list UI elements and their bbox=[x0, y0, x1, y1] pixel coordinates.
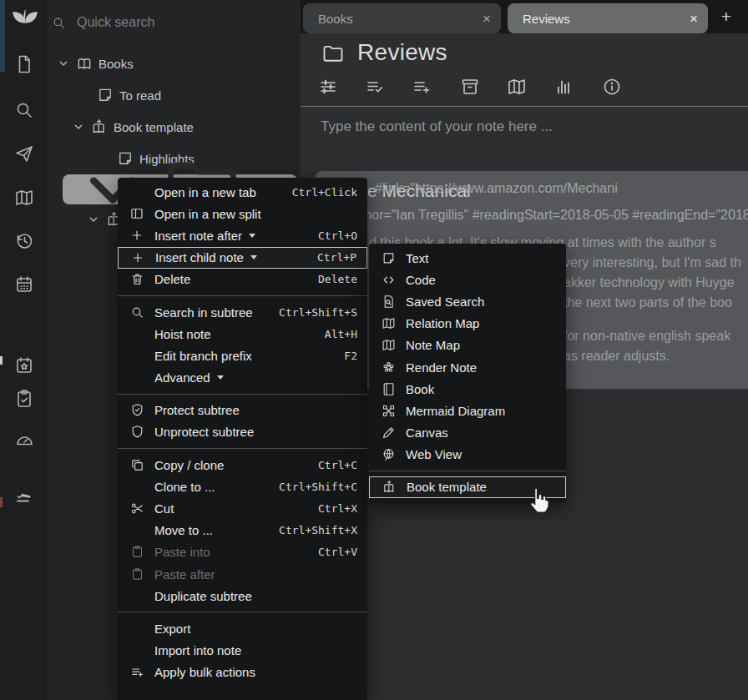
scissors-icon bbox=[129, 501, 145, 516]
menu-item-open-in-new-split[interactable]: Open in a new split bbox=[118, 203, 367, 224]
submenu-item-mermaid-diagram[interactable]: Mermaid Diagram bbox=[369, 400, 566, 421]
ribbon-divider bbox=[301, 106, 748, 107]
new-note-icon[interactable] bbox=[14, 54, 34, 74]
paste-icon bbox=[129, 567, 145, 582]
blank-icon bbox=[129, 348, 145, 363]
calendar-icon[interactable] bbox=[14, 274, 34, 295]
tree-item-to-read[interactable]: To read bbox=[97, 87, 161, 103]
note-icon bbox=[97, 87, 114, 103]
list-check-icon[interactable] bbox=[365, 77, 385, 97]
menu-item-apply-bulk-actions[interactable]: Apply bulk actions bbox=[118, 662, 367, 683]
edge-marker-white bbox=[0, 356, 3, 365]
submenu-item-note-map[interactable]: Note Map bbox=[369, 335, 566, 356]
paste-icon bbox=[129, 545, 145, 560]
menu-item-move-to[interactable]: Move to ... Ctrl+Shift+X bbox=[118, 520, 367, 541]
archive-icon[interactable] bbox=[460, 77, 480, 97]
new-tab-button[interactable]: + bbox=[716, 7, 736, 27]
book-card-attributes: thor="Ian Tregillis" #readingStart=2018-… bbox=[361, 208, 748, 223]
menu-item-search-in-subtree[interactable]: Search in subtree Ctrl+Shift+S bbox=[118, 301, 367, 323]
submenu-item-code[interactable]: Code bbox=[369, 269, 566, 290]
submenu-item-book-template[interactable]: Book template bbox=[369, 476, 566, 498]
edge-marker-red bbox=[0, 497, 3, 507]
menu-separator bbox=[118, 612, 367, 612]
book-open-icon bbox=[76, 55, 93, 72]
menu-item-import-into-note[interactable]: Import into note bbox=[118, 640, 367, 662]
info-icon[interactable] bbox=[602, 77, 622, 97]
quick-search-icon bbox=[52, 16, 66, 30]
menu-item-paste-into[interactable]: Paste into Ctrl+V bbox=[118, 541, 367, 563]
copy-icon bbox=[129, 457, 145, 472]
menu-separator bbox=[118, 295, 367, 296]
note-title[interactable]: Reviews bbox=[357, 39, 447, 66]
menu-item-advanced[interactable]: Advanced bbox=[118, 367, 367, 389]
tree-item-label: Books bbox=[99, 57, 134, 71]
shield-check-icon bbox=[129, 403, 145, 418]
chevron-down-icon[interactable] bbox=[87, 213, 100, 226]
tree-item-label: To read bbox=[119, 88, 161, 103]
menu-item-open-in-new-tab[interactable]: Open in a new tab Ctrl+Click bbox=[118, 181, 367, 203]
submenu-item-canvas[interactable]: Canvas bbox=[369, 422, 566, 444]
book-card-attributes: #link="https://www.amazon.com/Mechani bbox=[375, 181, 618, 196]
book-card-text: very interesting, but I'm sad th bbox=[564, 255, 741, 270]
map-icon[interactable] bbox=[507, 77, 527, 97]
menu-separator bbox=[369, 471, 566, 471]
menu-item-export[interactable]: Export bbox=[118, 617, 367, 639]
menu-item-copy-clone[interactable]: Copy / clone Ctrl+C bbox=[118, 454, 367, 476]
bar-chart-icon[interactable] bbox=[553, 77, 574, 97]
history-icon[interactable] bbox=[14, 231, 34, 251]
left-accent-strip bbox=[0, 0, 5, 72]
close-icon[interactable]: × bbox=[690, 12, 698, 26]
list-plus-icon[interactable] bbox=[412, 77, 432, 97]
menu-item-unprotect-subtree[interactable]: Unprotect subtree bbox=[118, 421, 367, 443]
quick-search-input[interactable]: Quick search bbox=[77, 15, 154, 30]
tree-context-menu: Open in a new tab Ctrl+Click Open in a n… bbox=[118, 178, 367, 700]
book-icon bbox=[380, 381, 397, 396]
menu-item-paste-after[interactable]: Paste after bbox=[118, 563, 367, 585]
submenu-item-web-view[interactable]: Web View bbox=[369, 444, 566, 466]
tree-item-books[interactable]: Books bbox=[57, 55, 134, 72]
submenu-item-book[interactable]: Book bbox=[369, 378, 566, 400]
menu-item-insert-note-after[interactable]: Insert note after Ctrl+O bbox=[118, 224, 367, 246]
tab-label: Reviews bbox=[523, 12, 570, 26]
plus-icon bbox=[129, 250, 146, 265]
note-type-folder-icon[interactable] bbox=[321, 42, 346, 65]
blank-icon bbox=[129, 588, 145, 603]
calendar-star-icon[interactable] bbox=[14, 355, 34, 375]
file-search-icon bbox=[380, 294, 397, 309]
submenu-item-relation-map[interactable]: Relation Map bbox=[369, 313, 566, 335]
shield-icon bbox=[129, 425, 145, 440]
menu-separator bbox=[118, 394, 367, 395]
menu-item-cut[interactable]: Cut Ctrl+X bbox=[118, 497, 367, 519]
submenu-item-render-note[interactable]: Render Note bbox=[369, 356, 566, 378]
close-icon[interactable]: × bbox=[483, 12, 491, 26]
blank-icon bbox=[129, 479, 145, 494]
sliders-icon[interactable] bbox=[318, 77, 338, 97]
tab-reviews[interactable]: Reviews × bbox=[508, 3, 708, 33]
submenu-item-text[interactable]: Text bbox=[369, 247, 566, 269]
plane-takeoff-icon[interactable] bbox=[14, 485, 34, 505]
menu-item-clone-to[interactable]: Clone to ... Ctrl+Shift+C bbox=[118, 476, 367, 497]
menu-item-delete[interactable]: Delete Delete bbox=[118, 269, 367, 290]
gauge-icon[interactable] bbox=[14, 431, 34, 451]
submenu-item-saved-search[interactable]: Saved Search bbox=[369, 290, 566, 312]
menu-item-duplicate-subtree[interactable]: Duplicate subtree bbox=[118, 585, 367, 607]
caret-down-icon bbox=[250, 255, 257, 259]
trash-icon bbox=[129, 272, 145, 287]
columns-icon bbox=[129, 206, 145, 221]
chevron-down-icon[interactable] bbox=[57, 57, 70, 70]
editor-placeholder[interactable]: Type the content of your note here ... bbox=[321, 118, 553, 135]
menu-item-protect-subtree[interactable]: Protect subtree bbox=[118, 400, 367, 421]
book-card-text: akker technology with Huyge bbox=[564, 275, 735, 290]
blank-icon bbox=[129, 184, 145, 199]
trilium-logo-icon bbox=[9, 6, 41, 38]
search-icon[interactable] bbox=[14, 100, 34, 120]
list-plus-icon bbox=[129, 665, 145, 680]
tab-books[interactable]: Books × bbox=[303, 3, 501, 33]
send-icon[interactable] bbox=[14, 144, 34, 164]
menu-item-hoist-note[interactable]: Hoist note Alt+H bbox=[118, 323, 367, 345]
map-icon[interactable] bbox=[14, 188, 34, 208]
menu-item-insert-child-note[interactable]: Insert child note Ctrl+P bbox=[118, 247, 367, 269]
code-icon bbox=[380, 272, 397, 287]
clipboard-check-icon[interactable] bbox=[14, 389, 34, 409]
menu-item-edit-branch-prefix[interactable]: Edit branch prefix F2 bbox=[118, 345, 367, 366]
